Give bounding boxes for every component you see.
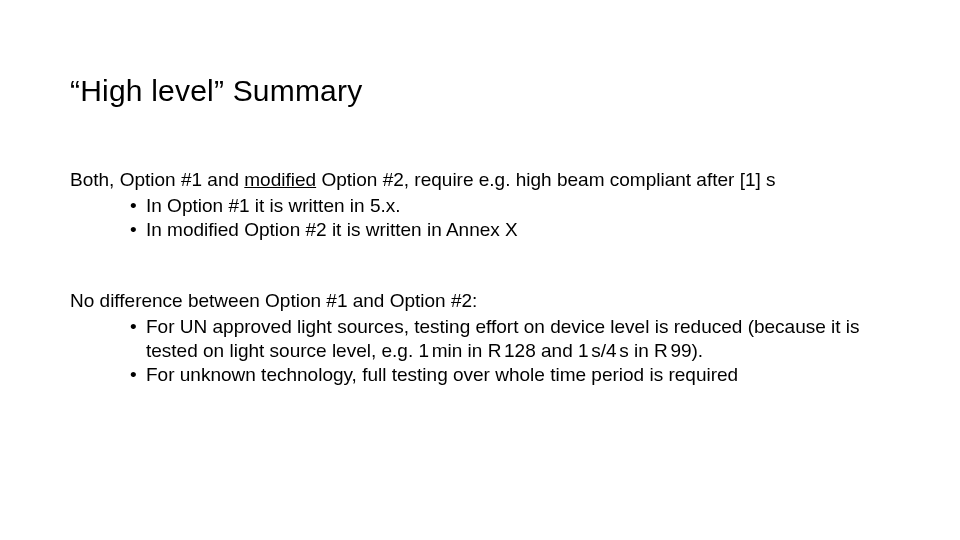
- list-item: In modified Option #2 it is written in A…: [130, 218, 900, 242]
- text: Option #2, require e.g. high beam compli…: [316, 169, 775, 190]
- paragraph-2-bullets: For UN approved light sources, testing e…: [70, 315, 900, 386]
- slide: “High level” Summary Both, Option #1 and…: [0, 0, 960, 540]
- list-item-text: For unknown technology, full testing ove…: [146, 364, 738, 385]
- list-item: For unknown technology, full testing ove…: [130, 363, 900, 387]
- slide-title: “High level” Summary: [70, 74, 362, 108]
- list-item-text: In modified Option #2 it is written in A…: [146, 219, 518, 240]
- paragraph-2: No difference between Option #1 and Opti…: [70, 289, 900, 386]
- text: Both, Option #1 and: [70, 169, 244, 190]
- paragraph-2-intro: No difference between Option #1 and Opti…: [70, 289, 900, 313]
- paragraph-1-bullets: In Option #1 it is written in 5.x. In mo…: [70, 194, 900, 242]
- slide-body: Both, Option #1 and modified Option #2, …: [70, 168, 900, 434]
- list-item-text: For UN approved light sources, testing e…: [146, 316, 860, 361]
- paragraph-1: Both, Option #1 and modified Option #2, …: [70, 168, 900, 241]
- underlined-word: modified: [244, 169, 316, 190]
- list-item-text: In Option #1 it is written in 5.x.: [146, 195, 401, 216]
- list-item: In Option #1 it is written in 5.x.: [130, 194, 900, 218]
- list-item: For UN approved light sources, testing e…: [130, 315, 900, 363]
- paragraph-1-intro: Both, Option #1 and modified Option #2, …: [70, 168, 900, 192]
